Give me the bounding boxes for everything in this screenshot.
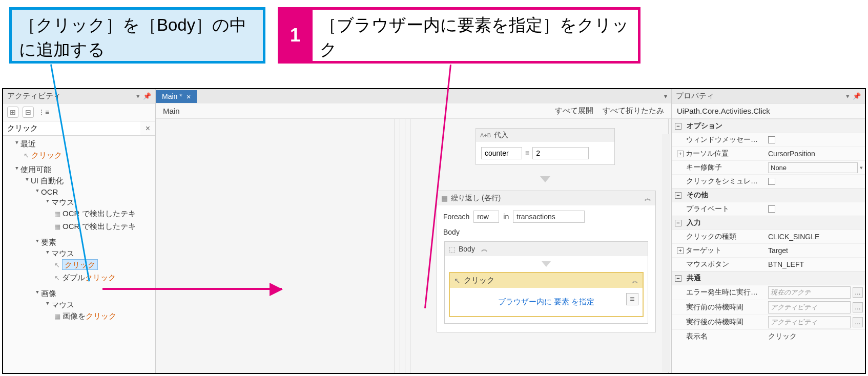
tab-dropdown-icon[interactable]: ▾ [660,93,671,100]
click-activity[interactable]: ↖ クリック ︽ ブラウザー内に 要素 を指定 ≡ [449,272,644,317]
foreach-activity[interactable]: ▦ 繰り返し (各行) ︽ Foreach row in transaction… [437,191,656,332]
dropdown-icon[interactable]: ▾ [846,92,850,100]
breadcrumb-main[interactable]: Main [163,107,180,115]
tree-ocr-text-1[interactable]: OCR で検出したテキ [63,209,136,218]
foreach-header: ▦ 繰り返し (各行) ︽ [437,191,655,205]
body-sequence[interactable]: ⬚ Body ︽ ↖ クリック ︽ ブ [444,241,648,324]
flow-arrow-icon [540,176,550,182]
tree-ui-auto[interactable]: UI 自動化 [31,176,64,185]
expander-icon[interactable]: − [675,275,681,282]
prop-cursor-position-value[interactable]: CursorPosition [766,149,865,159]
prop-mouse-button: マウスボタン [672,258,766,271]
cursor-icon: ↖ [54,274,60,282]
prop-simulate-click: クリックをシミュレート [672,175,766,188]
checkbox[interactable] [768,205,775,213]
sequence-icon: ⬚ [449,245,456,253]
callout-step-badge: 1 [278,7,313,64]
foreach-title: 繰り返し (各行) [451,194,501,203]
tree-element[interactable]: 要素 [41,238,56,246]
tab-close-icon[interactable]: × [187,92,191,101]
activities-search-row: × [3,121,155,136]
vertical-scrollbar[interactable] [662,134,670,372]
clear-search-icon[interactable]: × [140,124,155,133]
hamburger-menu-icon[interactable]: ≡ [626,293,638,305]
properties-panel-title: プロパティ ▾ 📌 [672,89,865,103]
drop-arrow-icon [542,261,551,267]
tree-mouse-3[interactable]: マウス [51,300,74,309]
prop-click-type-value[interactable]: CLICK_SINGLE [766,232,865,242]
callout-pink: 1 ［ブラウザー内に要素を指定］をクリック [278,7,640,64]
tree-available[interactable]: 使用可能 [20,165,51,174]
drag-arrow [102,288,282,290]
tree-image-hl[interactable]: クリック [86,311,116,320]
ellipsis-button[interactable]: … [853,302,863,312]
prop-continue-on-error: エラー発生時に実行を継... [672,286,766,299]
toolbar-collapse-icon[interactable]: ⊟ [23,107,34,118]
assign-activity[interactable]: A+B 代入 counter = 2 [476,128,615,165]
indicate-element-link[interactable]: ブラウザー内に 要素 を指定 [498,297,594,307]
ellipsis-button[interactable]: … [853,287,863,298]
tree-dblclick-pre[interactable]: ダブル [62,273,85,282]
property-grid[interactable]: −オプション ウィンドウメッセージを送信 +カーソル位置CursorPositi… [672,119,865,373]
cursor-icon: ↖ [24,152,29,159]
assign-icon: A+B [480,132,491,138]
prop-key-modifiers-value[interactable]: None [768,162,858,173]
foreach-label: Foreach [443,213,469,221]
activities-toolbar: ⊞ ⊟ ⋮≡ [3,103,155,121]
checkbox[interactable] [768,178,775,185]
prop-private: プライベート [672,202,766,216]
pin-icon[interactable]: 📌 [853,92,861,100]
expand-all-link[interactable]: すべて展開 [555,106,593,116]
collapse-icon[interactable]: ︽ [632,276,638,285]
prop-display-name: 表示名 [672,330,766,343]
dropdown-icon[interactable]: ▾ [136,92,140,100]
prop-delay-after-value[interactable]: アクティビティ [768,316,851,328]
designer-canvas[interactable]: A+B 代入 counter = 2 ▦ 繰り返し (各行) ︽ [156,119,671,373]
collapse-all-link[interactable]: すべて折りたたみ [603,106,664,116]
tree-recent[interactable]: 最近 [20,139,36,148]
prop-click-type: クリックの種類 [672,230,766,243]
collapse-icon[interactable]: ︽ [481,244,488,254]
prop-mouse-button-value[interactable]: BTN_LEFT [766,259,865,269]
foreach-icon: ▦ [441,194,448,202]
collapse-icon[interactable]: ︽ [645,194,651,203]
activities-title-text: アクティビティ [7,91,61,101]
assign-to-field[interactable]: counter [481,147,522,159]
app-window: アクティビティ ▾ 📌 ⊞ ⊟ ⋮≡ × 最近 ↖クリック 使用可能 UI 自動… [2,88,866,374]
activities-search-input[interactable] [3,121,140,135]
expander-icon[interactable]: − [675,123,681,130]
cat-common: 共通 [687,274,701,283]
prop-continue-on-error-value[interactable]: 現在のアクテ [768,286,851,299]
properties-title-text: プロパティ [676,91,714,101]
expander-icon[interactable]: + [677,151,684,157]
foreach-var-field[interactable]: row [473,211,499,223]
tree-image-pre[interactable]: 画像を [63,311,86,320]
expander-icon[interactable]: − [675,192,681,199]
expander-icon[interactable]: + [677,247,684,254]
tree-recent-click[interactable]: クリック [31,151,62,159]
prop-target-value[interactable]: Target [766,245,865,256]
toolbar-expand-icon[interactable]: ⊞ [7,107,18,118]
prop-delay-before-value[interactable]: アクティビティ [768,301,851,314]
tree-mouse-1[interactable]: マウス [51,198,74,206]
tree-ocr-text-2[interactable]: OCR で検出したテキ [63,222,136,231]
expander-icon[interactable]: − [675,220,681,226]
assign-value-field[interactable]: 2 [532,147,589,159]
tree-click[interactable]: クリック [62,259,98,270]
tree-ocr[interactable]: OCR [41,187,58,196]
ellipsis-button[interactable]: … [853,317,863,327]
activities-panel-title: アクティビティ ▾ 📌 [3,89,155,103]
assign-title: 代入 [494,131,508,140]
checkbox[interactable] [768,136,775,143]
tab-main[interactable]: Main * × [156,90,197,103]
prop-display-name-value[interactable]: クリック [766,331,865,342]
dropdown-icon[interactable]: ▾ [860,164,863,171]
cat-options: オプション [687,121,722,131]
foreach-collection-field[interactable]: transactions [513,211,585,223]
pin-icon[interactable]: 📌 [143,92,151,100]
toolbar-filter-icon[interactable]: ⋮≡ [38,107,49,118]
tree-mouse-2[interactable]: マウス [51,249,74,258]
tree-image[interactable]: 画像 [41,289,56,298]
activities-tree[interactable]: 最近 ↖クリック 使用可能 UI 自動化 OCR マウス ▦OCR で検出したテ… [3,136,155,373]
tab-main-label: Main * [162,92,182,100]
